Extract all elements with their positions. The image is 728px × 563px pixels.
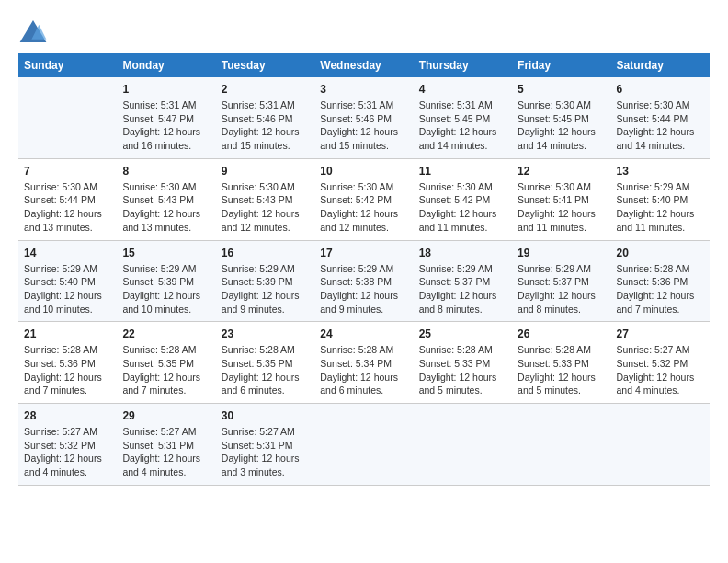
day-header-tuesday: Tuesday	[216, 53, 314, 77]
calendar-cell: 20Sunrise: 5:28 AMSunset: 5:36 PMDayligh…	[611, 240, 710, 322]
day-number: 30	[222, 409, 309, 422]
day-number: 6	[617, 83, 704, 96]
calendar-cell: 2Sunrise: 5:31 AMSunset: 5:46 PMDaylight…	[216, 77, 314, 158]
day-number: 19	[518, 247, 605, 259]
page-header	[18, 18, 710, 44]
day-number: 3	[320, 83, 407, 96]
week-row-4: 21Sunrise: 5:28 AMSunset: 5:36 PMDayligh…	[18, 322, 710, 404]
day-info: Sunrise: 5:30 AMSunset: 5:41 PMDaylight:…	[518, 180, 605, 235]
calendar-table: SundayMondayTuesdayWednesdayThursdayFrid…	[18, 53, 710, 486]
calendar-cell: 29Sunrise: 5:27 AMSunset: 5:31 PMDayligh…	[117, 404, 215, 486]
day-number: 13	[617, 165, 704, 178]
calendar-cell: 3Sunrise: 5:31 AMSunset: 5:46 PMDaylight…	[314, 77, 413, 158]
day-number: 5	[518, 83, 605, 96]
calendar-cell	[414, 404, 512, 486]
day-number: 29	[122, 409, 210, 422]
day-number: 16	[222, 247, 309, 259]
day-number: 27	[617, 327, 704, 340]
day-info: Sunrise: 5:27 AMSunset: 5:32 PMDaylight:…	[24, 425, 111, 479]
calendar-cell: 23Sunrise: 5:28 AMSunset: 5:35 PMDayligh…	[216, 322, 314, 404]
day-number: 24	[320, 327, 407, 340]
day-header-monday: Monday	[117, 53, 215, 77]
day-number: 4	[419, 83, 506, 96]
calendar-cell: 28Sunrise: 5:27 AMSunset: 5:32 PMDayligh…	[18, 404, 117, 486]
day-info: Sunrise: 5:30 AMSunset: 5:45 PMDaylight:…	[518, 98, 605, 153]
day-number: 2	[222, 83, 309, 96]
day-number: 15	[122, 247, 210, 259]
calendar-cell: 11Sunrise: 5:30 AMSunset: 5:42 PMDayligh…	[414, 158, 512, 240]
week-row-1: 1Sunrise: 5:31 AMSunset: 5:47 PMDaylight…	[18, 77, 710, 158]
day-number: 11	[419, 165, 506, 178]
day-header-saturday: Saturday	[611, 53, 710, 77]
day-number: 14	[24, 247, 111, 259]
day-number: 23	[222, 327, 309, 340]
calendar-cell: 16Sunrise: 5:29 AMSunset: 5:39 PMDayligh…	[216, 240, 314, 322]
day-info: Sunrise: 5:28 AMSunset: 5:35 PMDaylight:…	[122, 343, 210, 397]
day-info: Sunrise: 5:28 AMSunset: 5:35 PMDaylight:…	[222, 343, 309, 397]
day-info: Sunrise: 5:28 AMSunset: 5:33 PMDaylight:…	[419, 343, 506, 397]
day-header-thursday: Thursday	[414, 53, 512, 77]
day-info: Sunrise: 5:28 AMSunset: 5:36 PMDaylight:…	[24, 343, 111, 397]
day-info: Sunrise: 5:29 AMSunset: 5:37 PMDaylight:…	[518, 262, 605, 316]
day-number: 28	[24, 409, 111, 422]
day-number: 7	[24, 165, 111, 178]
logo	[18, 18, 51, 44]
calendar-cell: 15Sunrise: 5:29 AMSunset: 5:39 PMDayligh…	[117, 240, 215, 322]
day-number: 18	[419, 247, 506, 259]
day-info: Sunrise: 5:30 AMSunset: 5:42 PMDaylight:…	[320, 180, 407, 235]
day-number: 1	[122, 83, 210, 96]
day-header-sunday: Sunday	[18, 53, 117, 77]
day-info: Sunrise: 5:27 AMSunset: 5:32 PMDaylight:…	[617, 343, 704, 397]
day-info: Sunrise: 5:27 AMSunset: 5:31 PMDaylight:…	[122, 425, 210, 479]
calendar-cell: 9Sunrise: 5:30 AMSunset: 5:43 PMDaylight…	[216, 158, 314, 240]
day-info: Sunrise: 5:30 AMSunset: 5:44 PMDaylight:…	[24, 180, 111, 235]
week-row-5: 28Sunrise: 5:27 AMSunset: 5:32 PMDayligh…	[18, 404, 710, 486]
day-number: 20	[617, 247, 704, 259]
day-info: Sunrise: 5:29 AMSunset: 5:39 PMDaylight:…	[122, 262, 210, 316]
day-number: 22	[122, 327, 210, 340]
calendar-cell: 30Sunrise: 5:27 AMSunset: 5:31 PMDayligh…	[216, 404, 314, 486]
day-info: Sunrise: 5:29 AMSunset: 5:38 PMDaylight:…	[320, 262, 407, 316]
calendar-cell: 22Sunrise: 5:28 AMSunset: 5:35 PMDayligh…	[117, 322, 215, 404]
calendar-cell: 26Sunrise: 5:28 AMSunset: 5:33 PMDayligh…	[512, 322, 610, 404]
day-number: 10	[320, 165, 407, 178]
day-info: Sunrise: 5:30 AMSunset: 5:43 PMDaylight:…	[122, 180, 210, 235]
week-row-2: 7Sunrise: 5:30 AMSunset: 5:44 PMDaylight…	[18, 158, 710, 240]
calendar-cell: 8Sunrise: 5:30 AMSunset: 5:43 PMDaylight…	[117, 158, 215, 240]
calendar-cell: 18Sunrise: 5:29 AMSunset: 5:37 PMDayligh…	[414, 240, 512, 322]
calendar-cell: 27Sunrise: 5:27 AMSunset: 5:32 PMDayligh…	[611, 322, 710, 404]
day-info: Sunrise: 5:29 AMSunset: 5:39 PMDaylight:…	[222, 262, 309, 316]
days-header-row: SundayMondayTuesdayWednesdayThursdayFrid…	[18, 53, 710, 77]
calendar-cell	[18, 77, 117, 158]
day-info: Sunrise: 5:28 AMSunset: 5:36 PMDaylight:…	[617, 262, 704, 316]
day-number: 25	[419, 327, 506, 340]
calendar-cell: 1Sunrise: 5:31 AMSunset: 5:47 PMDaylight…	[117, 77, 215, 158]
day-number: 9	[222, 165, 309, 178]
calendar-cell: 24Sunrise: 5:28 AMSunset: 5:34 PMDayligh…	[314, 322, 413, 404]
day-info: Sunrise: 5:27 AMSunset: 5:31 PMDaylight:…	[222, 425, 309, 479]
calendar-cell	[611, 404, 710, 486]
day-info: Sunrise: 5:31 AMSunset: 5:46 PMDaylight:…	[320, 98, 407, 153]
day-header-friday: Friday	[512, 53, 610, 77]
calendar-cell: 10Sunrise: 5:30 AMSunset: 5:42 PMDayligh…	[314, 158, 413, 240]
calendar-cell: 4Sunrise: 5:31 AMSunset: 5:45 PMDaylight…	[414, 77, 512, 158]
day-info: Sunrise: 5:31 AMSunset: 5:45 PMDaylight:…	[419, 98, 506, 153]
calendar-cell: 19Sunrise: 5:29 AMSunset: 5:37 PMDayligh…	[512, 240, 610, 322]
day-number: 17	[320, 247, 407, 259]
day-number: 26	[518, 327, 605, 340]
day-number: 12	[518, 165, 605, 178]
day-info: Sunrise: 5:30 AMSunset: 5:43 PMDaylight:…	[222, 180, 309, 235]
day-info: Sunrise: 5:29 AMSunset: 5:40 PMDaylight:…	[617, 180, 704, 235]
day-info: Sunrise: 5:30 AMSunset: 5:42 PMDaylight:…	[419, 180, 506, 235]
day-number: 21	[24, 327, 111, 340]
calendar-cell: 7Sunrise: 5:30 AMSunset: 5:44 PMDaylight…	[18, 158, 117, 240]
day-info: Sunrise: 5:31 AMSunset: 5:46 PMDaylight:…	[222, 98, 309, 153]
day-info: Sunrise: 5:28 AMSunset: 5:33 PMDaylight:…	[518, 343, 605, 397]
calendar-cell: 14Sunrise: 5:29 AMSunset: 5:40 PMDayligh…	[18, 240, 117, 322]
calendar-cell	[314, 404, 413, 486]
day-info: Sunrise: 5:29 AMSunset: 5:37 PMDaylight:…	[419, 262, 506, 316]
logo-icon	[18, 18, 48, 44]
day-header-wednesday: Wednesday	[314, 53, 413, 77]
calendar-cell	[512, 404, 610, 486]
calendar-cell: 17Sunrise: 5:29 AMSunset: 5:38 PMDayligh…	[314, 240, 413, 322]
